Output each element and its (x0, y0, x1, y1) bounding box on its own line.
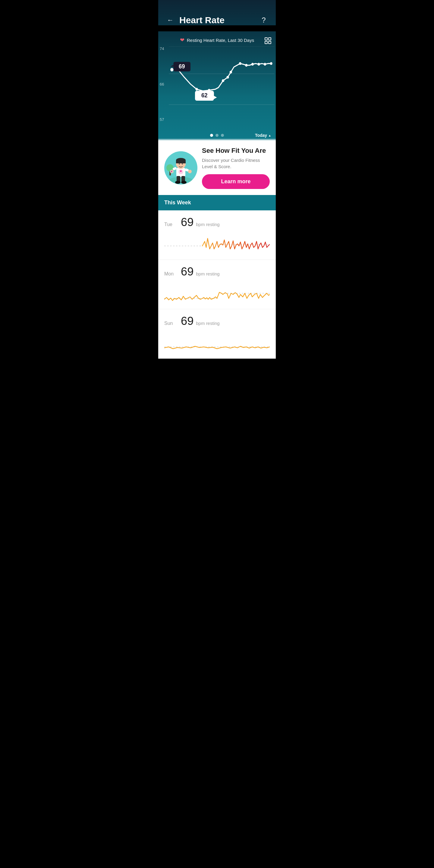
mon-label: Mon (164, 271, 181, 277)
this-week-header: This Week (158, 195, 276, 210)
tue-bpm: 69 (181, 216, 193, 229)
svg-rect-1 (269, 38, 271, 40)
day-row-sun: Sun 69 bpm resting (158, 309, 276, 359)
svg-point-33 (179, 163, 180, 164)
svg-marker-21 (170, 65, 173, 67)
svg-rect-3 (269, 41, 271, 44)
svg-point-12 (230, 71, 232, 73)
this-week-title: This Week (164, 199, 270, 206)
sun-header: Sun 69 bpm resting (164, 315, 270, 328)
sun-heart-chart (164, 331, 270, 358)
tue-header: Tue 69 bpm resting (164, 216, 270, 229)
dot-2[interactable] (216, 134, 218, 137)
mon-header: Mon 69 bpm resting (164, 265, 270, 278)
y-label-bot: 57 (160, 117, 164, 122)
heart-icon: ❤ (180, 37, 184, 43)
sun-bpm: 69 (181, 315, 193, 328)
chart-svg-area: 69 62 (169, 46, 274, 122)
chart-area: 74 66 57 (158, 46, 276, 131)
help-button[interactable]: ? (258, 16, 270, 24)
mon-bpm: 69 (181, 265, 193, 278)
svg-point-18 (270, 62, 273, 65)
svg-point-43 (175, 181, 181, 184)
tue-unit: bpm resting (196, 222, 219, 227)
svg-marker-24 (214, 96, 217, 99)
svg-point-16 (257, 63, 260, 66)
tue-label: Tue (164, 222, 181, 227)
back-button[interactable]: ← (164, 16, 176, 24)
header-top: ← Heart Rate ? (164, 15, 270, 25)
svg-point-44 (181, 181, 187, 184)
fitness-card: + See How Fit You Are Discover your Card… (158, 141, 276, 195)
chart-container: ❤ Resting Heart Rate, Last 30 Days 74 66… (158, 31, 276, 141)
today-label: Today ▲ (255, 133, 271, 138)
svg-text:62: 62 (201, 92, 208, 98)
sun-label: Sun (164, 321, 181, 326)
header: ← Heart Rate ? (158, 0, 276, 25)
svg-rect-2 (265, 41, 267, 44)
y-label-top: 74 (160, 46, 164, 51)
svg-point-15 (251, 63, 254, 66)
svg-point-17 (264, 63, 266, 66)
svg-point-11 (226, 76, 229, 79)
svg-point-7 (170, 68, 173, 71)
svg-point-13 (239, 62, 241, 65)
legend-text: Resting Heart Rate, Last 30 Days (187, 38, 254, 43)
svg-point-46 (171, 171, 172, 172)
svg-point-8 (195, 88, 198, 91)
svg-point-34 (182, 163, 183, 164)
svg-point-26 (169, 177, 192, 183)
dot-1[interactable] (210, 134, 213, 137)
sun-unit: bpm resting (196, 321, 219, 326)
y-axis-labels: 74 66 57 (160, 46, 164, 131)
page-title: Heart Rate (179, 15, 258, 25)
svg-text:+: + (180, 171, 181, 173)
learn-more-button[interactable]: Learn more (202, 174, 270, 189)
fitness-avatar: + (164, 151, 197, 184)
fitness-text: See How Fit You Are Discover your Cardio… (202, 147, 270, 189)
fitness-card-description: Discover your Cardio Fitness Level & Sco… (202, 157, 270, 170)
tue-heart-chart (164, 232, 270, 259)
svg-text:69: 69 (179, 63, 185, 70)
svg-point-14 (245, 64, 247, 67)
mon-heart-chart (164, 282, 270, 309)
dot-indicators: Today ▲ (158, 131, 276, 138)
day-row-mon: Mon 69 bpm resting (158, 260, 276, 309)
day-row-tue: Tue 69 bpm resting (158, 210, 276, 260)
chart-legend: ❤ Resting Heart Rate, Last 30 Days (158, 37, 276, 46)
svg-point-40 (188, 170, 192, 173)
svg-point-10 (222, 79, 224, 82)
arrow-up-icon: ▲ (268, 134, 271, 137)
mon-unit: bpm resting (196, 271, 219, 276)
fitness-card-title: See How Fit You Are (202, 147, 270, 155)
dot-3[interactable] (221, 134, 224, 137)
expand-button[interactable] (265, 37, 271, 45)
svg-rect-0 (265, 38, 267, 40)
y-label-mid: 66 (160, 82, 164, 87)
svg-rect-32 (176, 160, 186, 163)
